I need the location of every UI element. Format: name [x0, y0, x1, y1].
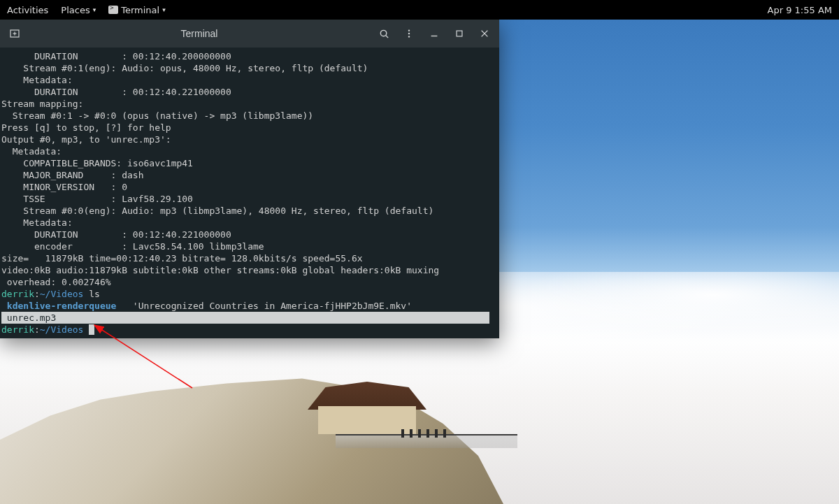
- active-app-menu[interactable]: Terminal ▾: [108, 5, 165, 15]
- terminal-window: Terminal: [0, 20, 499, 338]
- chevron-down-icon: ▾: [162, 6, 166, 13]
- wallpaper-people: [399, 424, 482, 437]
- prompt-path: ~/Videos: [40, 289, 84, 299]
- places-label: Places: [61, 5, 89, 15]
- prompt-user: derrik: [1, 289, 34, 299]
- activities-label: Activities: [7, 5, 48, 15]
- places-menu[interactable]: Places ▾: [61, 5, 96, 15]
- svg-point-6: [408, 33, 410, 34]
- prompt2-path: ~/Videos: [40, 324, 84, 335]
- ls-directory: kdenlive-renderqueue: [1, 301, 122, 311]
- maximize-icon: [454, 29, 464, 38]
- datetime-label: Apr 9 1:55 AM: [768, 5, 832, 15]
- close-icon: [480, 29, 489, 38]
- prompt-sep: :: [34, 289, 40, 299]
- terminal-cursor: [89, 324, 94, 335]
- window-titlebar[interactable]: Terminal: [0, 20, 499, 48]
- minimize-button[interactable]: [425, 24, 443, 43]
- ls-file: 'Unrecognized Countries in America-fjHHP…: [122, 301, 412, 311]
- svg-line-4: [385, 35, 387, 37]
- terminal-icon: [108, 6, 118, 14]
- window-title: Terminal: [24, 28, 375, 40]
- new-tab-button[interactable]: [6, 24, 24, 43]
- menu-button[interactable]: [400, 24, 418, 43]
- new-tab-icon: [9, 28, 20, 39]
- minimize-icon: [429, 29, 439, 38]
- command-text: ls: [83, 289, 99, 299]
- maximize-button[interactable]: [450, 24, 468, 43]
- chevron-down-icon: ▾: [93, 6, 96, 13]
- search-button[interactable]: [375, 24, 393, 43]
- top-panel: Activities Places ▾ Terminal ▾ Apr 9 1:5…: [0, 0, 839, 20]
- ls-highlighted-file: unrec.mp3: [1, 312, 489, 324]
- svg-point-3: [380, 30, 386, 36]
- active-app-label: Terminal: [121, 5, 159, 15]
- close-button[interactable]: [475, 24, 494, 43]
- svg-rect-9: [457, 31, 462, 36]
- activities-button[interactable]: Activities: [7, 5, 48, 15]
- terminal-content[interactable]: DURATION : 00:12:40.200000000 Stream #0:…: [0, 48, 499, 338]
- svg-point-5: [408, 29, 410, 31]
- prompt2-sep: :: [34, 324, 40, 335]
- clock[interactable]: Apr 9 1:55 AM: [768, 5, 832, 15]
- prompt2-user: derrik: [1, 324, 34, 335]
- svg-point-7: [408, 36, 410, 37]
- kebab-menu-icon: [404, 29, 414, 38]
- search-icon: [379, 29, 389, 39]
